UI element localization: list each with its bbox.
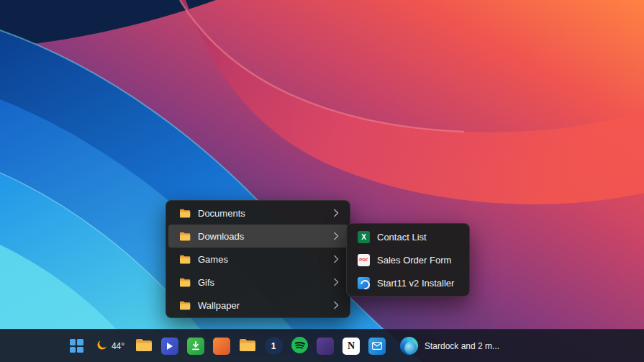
download-manager-button[interactable] [183,332,209,361]
chevron-right-icon [333,301,339,309]
edge-icon [400,337,418,355]
spotify-icon [291,336,309,356]
menu-item-documents[interactable]: Documents [168,202,348,225]
notion-icon: N [343,338,360,355]
submenu-item-label: Sales Order Form [377,255,451,266]
menu-item-label: Downloads [198,231,244,242]
chevron-right-icon [333,209,339,217]
chevron-right-icon [333,255,339,263]
notification-text: Stardock and 2 m... [425,341,499,351]
excel-file-icon: X [358,231,370,243]
windows-logo-icon [70,339,83,353]
folder-icon [178,255,191,264]
start11-app-icon [358,277,370,289]
folder-icon [178,301,191,310]
onepassword-glyph: 1 [271,341,276,351]
menu-item-downloads[interactable]: Downloads [168,225,348,248]
notion-button[interactable]: N [338,332,364,361]
submenu-item-start11-installer[interactable]: Start11 v2 Installer [349,271,467,294]
menu-item-label: Gifs [198,277,214,288]
menu-item-label: Games [198,254,228,265]
onepassword-button[interactable]: 1 [260,332,286,361]
notion-glyph: N [348,340,355,352]
menu-item-label: Documents [198,208,245,219]
menu-item-wallpaper[interactable]: Wallpaper [168,294,348,317]
chevron-right-icon [333,278,339,286]
taskbar: 44° [0,329,644,362]
submenu-item-contact-list[interactable]: X Contact List [349,225,467,248]
folder-taskbar-button-2[interactable] [235,332,260,361]
temperature-label: 44° [112,341,124,351]
submenu-item-sales-order-form[interactable]: PDF Sales Order Form [349,248,467,271]
pdf-glyph: PDF [359,258,368,262]
movies-tv-button[interactable] [157,332,183,361]
folder-icon [135,338,153,354]
submenu-item-label: Start11 v2 Installer [377,278,454,289]
mail-icon [368,338,386,355]
orange-app-button[interactable] [209,332,235,361]
chevron-right-icon [333,232,339,240]
downloads-submenu: X Contact List PDF Sales Order Form Star… [346,223,470,297]
folder-icon [178,232,191,241]
download-manager-icon [187,338,204,355]
orange-app-icon [213,338,230,355]
excel-glyph: X [361,233,366,241]
start-button[interactable] [63,332,89,361]
menu-item-label: Wallpaper [198,300,240,311]
folder-icon [239,338,256,354]
movies-tv-icon [161,338,178,355]
pdf-file-icon: PDF [358,254,370,266]
mail-button[interactable] [364,332,390,361]
folder-icon [178,209,191,218]
menu-item-gifs[interactable]: Gifs [168,271,348,294]
spotify-button[interactable] [286,332,312,361]
purple-app-button[interactable] [312,332,338,361]
submenu-item-label: Contact List [377,232,427,243]
taskbar-icon-group: 44° [63,332,499,361]
purple-app-icon [317,338,334,355]
desktop: Documents Downloads Games [0,0,644,362]
onepassword-icon: 1 [265,337,283,355]
weather-widget[interactable]: 44° [89,332,131,361]
crescent-moon-icon [96,339,108,353]
folder-taskbar-button[interactable] [131,332,157,361]
menu-item-games[interactable]: Games [168,248,348,271]
folder-context-menu: Documents Downloads Games [165,200,350,318]
notification-area[interactable]: Stardock and 2 m... [400,337,499,355]
folder-icon [178,278,191,287]
